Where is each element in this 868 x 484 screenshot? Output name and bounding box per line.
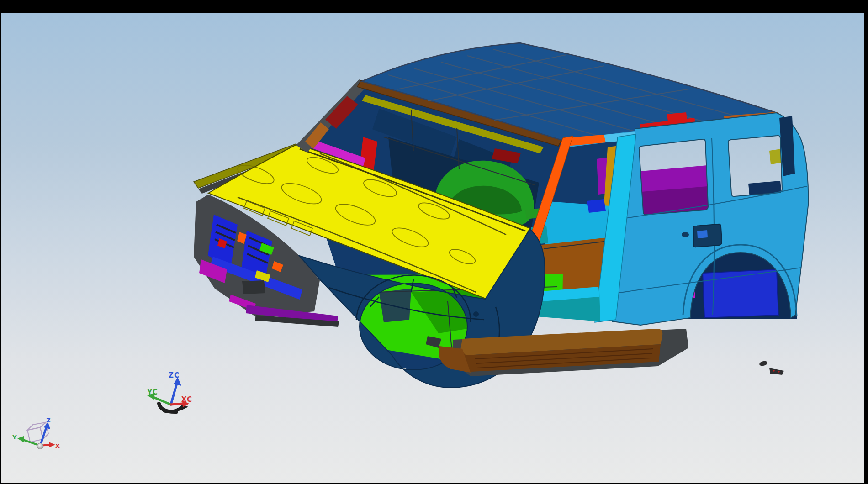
door-handle-blue-glint xyxy=(697,230,708,238)
wcs-x-label: XC xyxy=(181,395,192,404)
loose-part-red-dot-2 xyxy=(778,371,780,373)
left-black-bar xyxy=(0,0,1,484)
wcs-z-label: ZC xyxy=(169,371,180,379)
cad-3d-viewport[interactable]: ZC YC XC Z Y X xyxy=(1,13,864,483)
top-black-bar xyxy=(0,0,868,13)
front-lower-box[interactable] xyxy=(242,280,265,294)
right-black-bar xyxy=(864,0,868,484)
loose-part-small[interactable] xyxy=(759,360,768,367)
view-orientation-triad[interactable]: Z Y X xyxy=(12,417,60,449)
loose-part-red-dot xyxy=(773,370,775,372)
wcs-y-label: YC xyxy=(147,388,158,396)
triad-x-arrowhead xyxy=(49,442,55,447)
triad-y-arrowhead xyxy=(17,436,24,442)
wcs-z-axis[interactable] xyxy=(171,384,177,405)
fuel-oval-cutout[interactable] xyxy=(682,232,689,237)
fender-hole-dot xyxy=(473,311,479,317)
loose-part-long[interactable] xyxy=(769,368,784,375)
wcs-x-axis[interactable] xyxy=(171,404,183,405)
loose-parts[interactable] xyxy=(759,360,784,375)
triad-z-label: Z xyxy=(46,417,50,424)
wcs-triad[interactable]: ZC YC XC xyxy=(147,371,192,412)
triad-origin-sphere[interactable] xyxy=(37,443,43,449)
floor-blue-bracket[interactable] xyxy=(587,199,606,213)
wcs-y-axis[interactable] xyxy=(153,397,171,405)
triad-y-label: Y xyxy=(12,434,17,441)
model-scene: ZC YC XC Z Y X xyxy=(1,13,864,483)
triad-x-label: X xyxy=(55,442,60,449)
floor-dark-fragment xyxy=(379,289,411,322)
cad-application-window: ZC YC XC Z Y X xyxy=(0,0,868,484)
